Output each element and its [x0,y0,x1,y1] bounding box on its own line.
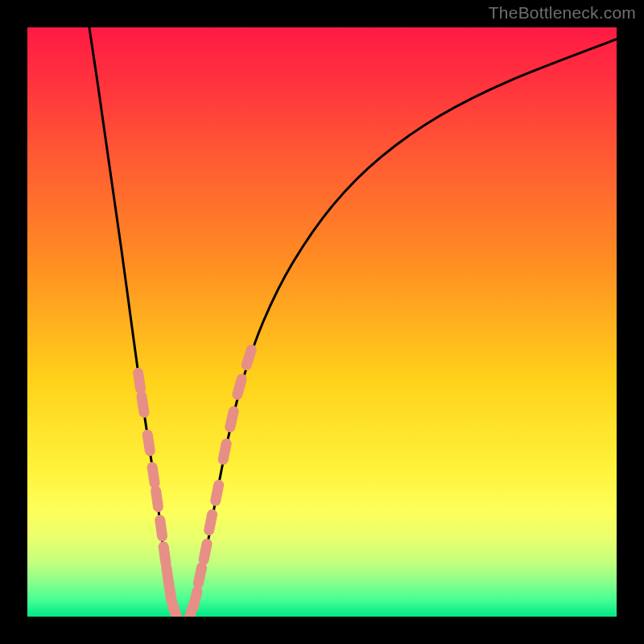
svg-line-14 [204,544,207,560]
svg-line-10 [173,606,179,617]
svg-line-16 [216,485,219,501]
svg-line-5 [160,520,163,536]
right-branch-curve [192,39,617,617]
svg-line-2 [147,435,150,451]
svg-line-3 [152,467,155,483]
svg-line-20 [246,349,251,365]
left-markers [138,373,179,617]
svg-line-18 [230,411,233,427]
svg-line-12 [193,591,197,606]
svg-line-15 [209,514,213,530]
svg-line-19 [237,379,242,394]
right-markers [188,349,252,617]
svg-line-0 [138,373,141,389]
watermark-text: TheBottleneck.com [489,3,636,23]
svg-line-1 [142,397,144,413]
plot-area [27,27,617,617]
curves-layer [27,27,617,617]
chart-frame: TheBottleneck.com [0,0,644,644]
svg-line-4 [156,491,159,507]
svg-line-13 [198,568,201,584]
svg-line-6 [163,547,166,563]
svg-line-17 [223,444,226,460]
